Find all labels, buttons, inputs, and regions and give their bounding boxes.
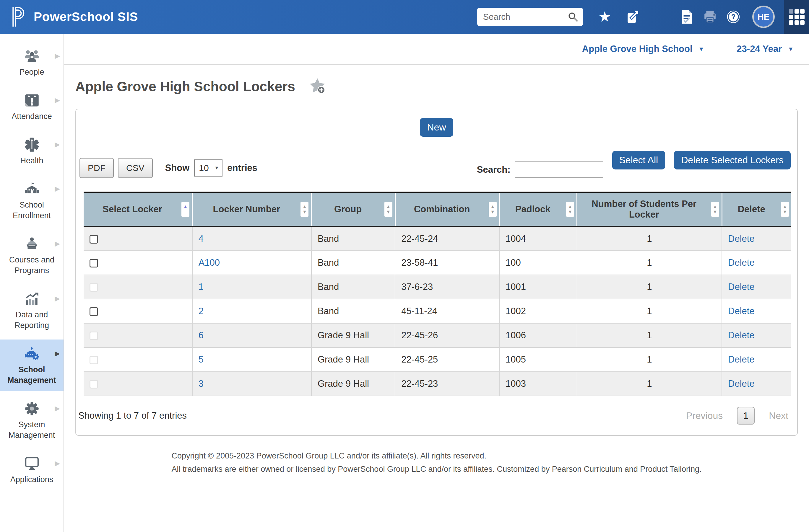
column-header[interactable]: Select Locker▲▼: [84, 192, 192, 227]
padlock-cell: 100: [499, 251, 577, 275]
delete-link[interactable]: Delete: [728, 233, 755, 244]
sidebar-item-label: Attendance: [4, 111, 59, 122]
sort-control-icon[interactable]: ▲▼: [711, 202, 719, 217]
sidebar-item-health[interactable]: Health ▶: [0, 130, 64, 171]
school-gear-icon: [0, 345, 64, 362]
locker-number-link[interactable]: 3: [199, 378, 204, 389]
delete-link[interactable]: Delete: [728, 330, 755, 340]
app-switcher-button[interactable]: [784, 0, 809, 34]
group-cell: Grade 9 Hall: [311, 348, 395, 372]
report-check-icon[interactable]: [681, 10, 693, 24]
column-header[interactable]: Delete▲▼: [722, 192, 791, 227]
sidebar-item-people[interactable]: People ▶: [0, 42, 64, 83]
select-locker-checkbox[interactable]: [89, 380, 98, 389]
select-locker-checkbox[interactable]: [89, 332, 98, 340]
sort-control-icon[interactable]: ▲▼: [781, 202, 789, 217]
global-search-input[interactable]: [483, 12, 568, 22]
previous-page-button[interactable]: Previous: [686, 410, 723, 421]
select-locker-checkbox[interactable]: [89, 259, 98, 267]
sidebar-item-system-management[interactable]: System Management ▶: [0, 394, 64, 446]
user-avatar[interactable]: HE: [752, 6, 775, 28]
combination-cell: 22-45-24: [395, 227, 499, 251]
column-header[interactable]: Padlock▲▼: [499, 192, 577, 227]
group-cell: Grade 9 Hall: [311, 372, 395, 396]
printer-icon[interactable]: [703, 10, 717, 24]
sidebar-item-data-and-reporting[interactable]: Data and Reporting ▶: [0, 285, 64, 336]
delete-link[interactable]: Delete: [728, 378, 755, 389]
padlock-cell: 1006: [499, 323, 577, 348]
table-row: A100Band23-58-411001Delete: [84, 251, 791, 275]
locker-number-link[interactable]: A100: [199, 258, 220, 268]
page-size-value: 10: [199, 163, 209, 173]
avatar-initials: HE: [758, 12, 770, 22]
sidebar-item-label: People: [4, 67, 59, 77]
chevron-right-icon: ▶: [55, 405, 60, 412]
column-header[interactable]: Group▲▼: [311, 192, 395, 227]
sort-control-icon[interactable]: ▲▼: [384, 202, 392, 217]
locker-number-link[interactable]: 5: [199, 354, 204, 365]
monitor-icon: [0, 455, 64, 472]
school-selector[interactable]: Apple Grove High School ▼: [582, 44, 704, 54]
sort-control-icon[interactable]: ▲▼: [489, 202, 497, 217]
sidebar-item-school-management[interactable]: School Management ▶: [0, 339, 64, 391]
column-header[interactable]: Number of Students Per Locker▲▼: [577, 192, 722, 227]
column-header[interactable]: Combination▲▼: [395, 192, 499, 227]
school-selector-label: Apple Grove High School: [582, 44, 693, 54]
table-search-input[interactable]: [515, 161, 603, 178]
combination-cell: 22-45-26: [395, 323, 499, 348]
students-per-locker-cell: 1: [577, 348, 722, 372]
add-to-favorites-star-icon[interactable]: [309, 77, 326, 96]
favorites-star-icon[interactable]: ★: [598, 10, 611, 24]
select-all-button[interactable]: Select All: [612, 151, 666, 170]
bar-chart-icon: [0, 290, 64, 307]
gear-icon: [0, 400, 64, 417]
locker-number-link[interactable]: 4: [199, 233, 204, 244]
table-row: 6Grade 9 Hall22-45-2610061Delete: [84, 323, 791, 348]
students-per-locker-cell: 1: [577, 251, 722, 275]
sidebar-item-school-enrollment[interactable]: School Enrollment ▶: [0, 175, 64, 226]
sidebar-item-courses-and-programs[interactable]: Courses and Programs ▶: [0, 230, 64, 281]
column-header[interactable]: Locker Number▲▼: [192, 192, 311, 227]
current-page-button[interactable]: 1: [737, 407, 755, 425]
export-pdf-button[interactable]: PDF: [80, 158, 114, 178]
export-csv-button[interactable]: CSV: [118, 158, 153, 178]
term-selector[interactable]: 23-24 Year ▼: [737, 44, 794, 54]
group-cell: Band: [311, 251, 395, 275]
locker-number-link[interactable]: 6: [199, 330, 204, 340]
chevron-down-icon: ▼: [699, 46, 704, 53]
table-row: 1Band37-6-2310011Delete: [84, 275, 791, 299]
select-locker-checkbox[interactable]: [89, 356, 98, 364]
select-locker-checkbox[interactable]: [89, 235, 98, 244]
top-navigation-bar: PowerSchool SIS ★: [0, 0, 809, 34]
locker-number-link[interactable]: 1: [199, 282, 204, 292]
combination-cell: 22-45-23: [395, 372, 499, 396]
powerschool-brand[interactable]: PowerSchool SIS: [0, 6, 138, 28]
new-button[interactable]: New: [420, 118, 453, 137]
table-row: 4Band22-45-2410041Delete: [84, 227, 791, 251]
search-icon[interactable]: [568, 12, 578, 22]
sidebar-item-attendance[interactable]: Attendance ▶: [0, 86, 64, 127]
open-new-window-icon[interactable]: [626, 10, 639, 24]
next-page-button[interactable]: Next: [769, 410, 788, 421]
locker-number-link[interactable]: 2: [199, 306, 204, 316]
chevron-right-icon: ▶: [55, 141, 60, 148]
select-locker-checkbox[interactable]: [89, 283, 98, 292]
table-row: 2Band45-11-2410021Delete: [84, 299, 791, 323]
select-locker-checkbox[interactable]: [89, 307, 98, 316]
delete-link[interactable]: Delete: [728, 354, 755, 365]
delete-link[interactable]: Delete: [728, 282, 755, 292]
sidebar-item-applications[interactable]: Applications ▶: [0, 449, 64, 490]
delete-selected-lockers-button[interactable]: Delete Selected Lockers: [674, 151, 791, 170]
sort-control-icon[interactable]: ▲▼: [566, 202, 574, 217]
chevron-right-icon: ▶: [55, 52, 60, 60]
chevron-right-icon: ▶: [55, 185, 60, 193]
delete-link[interactable]: Delete: [728, 306, 755, 316]
students-per-locker-cell: 1: [577, 275, 722, 299]
help-icon[interactable]: ?: [727, 10, 740, 23]
delete-link[interactable]: Delete: [728, 258, 755, 268]
sort-control-icon[interactable]: ▲▼: [182, 202, 189, 217]
sort-control-icon[interactable]: ▲▼: [300, 202, 308, 217]
term-selector-label: 23-24 Year: [737, 44, 782, 54]
page-size-select[interactable]: 10 ▼: [194, 159, 223, 177]
padlock-cell: 1002: [499, 299, 577, 323]
